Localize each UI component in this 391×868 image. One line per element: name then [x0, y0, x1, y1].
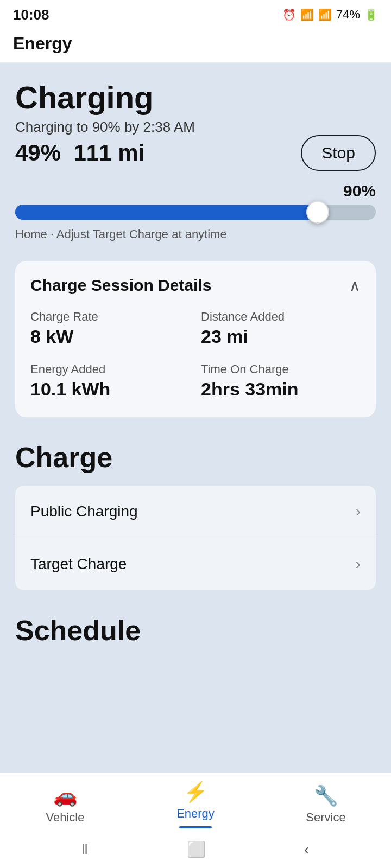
charge-list-card: Public Charging › Target Charge ›	[15, 486, 376, 590]
energy-added-label: Energy Added	[30, 362, 190, 376]
charging-stats: 49% 111 mi	[15, 140, 301, 166]
car-icon: 🚗	[53, 784, 78, 807]
charging-subtitle: Charging to 90% by 2:38 AM	[15, 119, 301, 136]
status-time: 10:08	[13, 7, 49, 23]
charge-slider-track[interactable]	[15, 205, 376, 220]
target-charge-item[interactable]: Target Charge ›	[15, 538, 376, 590]
target-charge-chevron: ›	[356, 556, 361, 573]
home-button[interactable]: ⬜	[187, 840, 206, 858]
chevron-up-icon: ∧	[349, 277, 361, 295]
charge-rate-value: 8 kW	[30, 326, 190, 347]
distance-added-value: 23 mi	[201, 326, 361, 347]
public-charging-label: Public Charging	[30, 503, 138, 520]
android-nav-bar: ⦀ ⬜ ‹	[0, 833, 391, 868]
top-nav: Energy	[0, 28, 391, 63]
bolt-icon: ⚡	[184, 781, 208, 803]
charging-title: Charging	[15, 79, 376, 116]
charging-info: Charging to 90% by 2:38 AM 49% 111 mi	[15, 119, 301, 166]
charge-rate-label: Charge Rate	[30, 310, 190, 324]
session-grid: Charge Rate 8 kW Distance Added 23 mi En…	[30, 310, 361, 400]
time-on-charge-label: Time On Charge	[201, 362, 361, 376]
charge-slider-section: 90% Home · Adjust Target Charge at anyti…	[15, 182, 376, 241]
battery-percentage: 49%	[15, 140, 61, 165]
tab-vehicle[interactable]: 🚗 Vehicle	[33, 784, 98, 825]
page-title: Energy	[13, 34, 72, 53]
distance-added-item: Distance Added 23 mi	[201, 310, 361, 347]
session-title: Charge Session Details	[30, 276, 211, 295]
target-charge-label: Target Charge	[30, 556, 127, 573]
slider-hint: Home · Adjust Target Charge at anytime	[15, 227, 376, 241]
tab-energy-indicator	[179, 826, 212, 828]
charge-section-title: Charge	[15, 441, 376, 474]
slider-fill	[15, 205, 321, 220]
wrench-icon: 🔧	[314, 784, 338, 807]
range-miles: 111 mi	[73, 140, 144, 165]
tab-energy-label: Energy	[176, 807, 215, 821]
charging-header: Charging to 90% by 2:38 AM 49% 111 mi St…	[15, 119, 376, 171]
bottom-nav: 🚗 Vehicle ⚡ Energy 🔧 Service ⦀ ⬜ ‹	[0, 773, 391, 868]
energy-added-item: Energy Added 10.1 kWh	[30, 362, 190, 400]
tab-vehicle-label: Vehicle	[46, 810, 85, 825]
slider-thumb[interactable]	[306, 201, 329, 224]
public-charging-item[interactable]: Public Charging ›	[15, 486, 376, 538]
charge-session-card: Charge Session Details ∧ Charge Rate 8 k…	[15, 261, 376, 417]
session-header[interactable]: Charge Session Details ∧	[30, 276, 361, 295]
battery-level: 74%	[336, 8, 360, 22]
stop-button[interactable]: Stop	[301, 135, 376, 171]
tab-service-label: Service	[306, 810, 345, 825]
signal-icon: 📶	[318, 8, 332, 21]
tab-service[interactable]: 🔧 Service	[293, 784, 358, 825]
distance-added-label: Distance Added	[201, 310, 361, 324]
energy-added-value: 10.1 kWh	[30, 379, 190, 400]
back-button[interactable]: ‹	[304, 841, 309, 858]
schedule-title: Schedule	[15, 614, 376, 647]
recent-apps-button[interactable]: ⦀	[82, 840, 89, 858]
main-content: Charging Charging to 90% by 2:38 AM 49% …	[0, 63, 391, 839]
nav-tabs: 🚗 Vehicle ⚡ Energy 🔧 Service	[0, 773, 391, 833]
wifi-icon: 📶	[300, 8, 314, 21]
charge-rate-item: Charge Rate 8 kW	[30, 310, 190, 347]
time-on-charge-value: 2hrs 33min	[201, 379, 361, 400]
battery-icon: 🔋	[364, 8, 378, 21]
public-charging-chevron: ›	[356, 503, 361, 520]
alarm-icon: ⏰	[282, 8, 296, 21]
status-bar: 10:08 ⏰ 📶 📶 74% 🔋	[0, 0, 391, 28]
time-on-charge-item: Time On Charge 2hrs 33min	[201, 362, 361, 400]
target-percent-label: 90%	[15, 182, 376, 200]
status-icons: ⏰ 📶 📶 74% 🔋	[282, 8, 378, 22]
schedule-section: Schedule	[15, 614, 376, 647]
tab-energy[interactable]: ⚡ Energy	[163, 781, 228, 828]
